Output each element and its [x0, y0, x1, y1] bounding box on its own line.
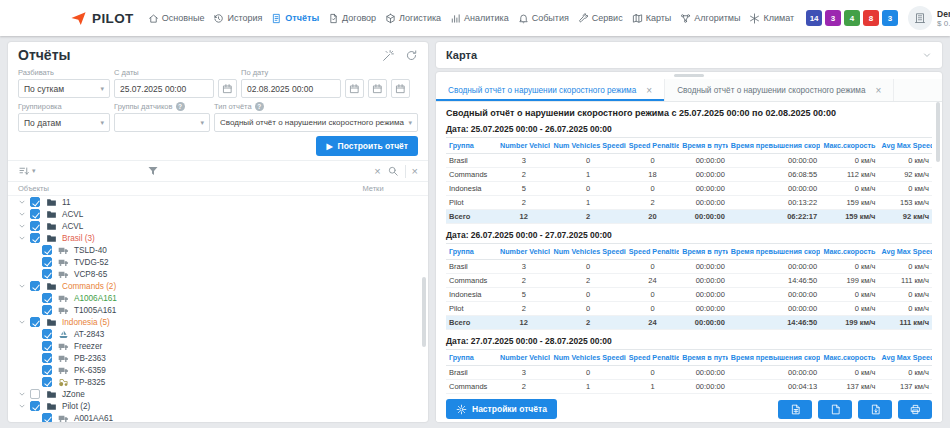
tree-expander[interactable]	[18, 390, 30, 398]
tree-expander[interactable]	[18, 234, 30, 242]
tree-checkbox[interactable]	[42, 305, 52, 315]
report-row[interactable]: Commands222400:00:0014:46:50199 км/ч111 …	[446, 274, 932, 288]
report-tab-1[interactable]: Сводный отчёт о нарушении скоростного ре…	[436, 79, 665, 101]
tree-item-freezer[interactable]: Freezer	[8, 340, 428, 352]
print-button[interactable]	[898, 400, 932, 419]
nav-item-reports[interactable]: Отчёты	[267, 10, 323, 27]
nav-item-service[interactable]: Сервис	[574, 10, 627, 27]
tree-checkbox[interactable]	[30, 317, 40, 327]
nav-item-maps[interactable]: Карты	[628, 10, 676, 27]
report-row[interactable]: Pilot21200:00:0000:13:22159 км/ч153 км/ч	[446, 196, 932, 210]
expand-map-chevron-icon[interactable]	[922, 50, 932, 60]
object-search-input[interactable]	[165, 166, 369, 176]
to-calendar-button[interactable]	[345, 79, 364, 98]
report-settings-button[interactable]: Настройки отчёта	[446, 399, 557, 419]
tree-checkbox[interactable]	[30, 233, 40, 243]
to-date-input[interactable]: 02.08.2025 00:00	[241, 79, 341, 98]
nav-item-climate[interactable]: Климат	[745, 10, 798, 27]
from-calendar-button[interactable]	[218, 79, 237, 98]
report-row[interactable]: Commands211800:00:0006:08:55112 км/ч92 к…	[446, 168, 932, 182]
tree-item-tsld-40[interactable]: TSLD-40	[8, 244, 428, 256]
tree-item-acvl[interactable]: ACVL	[8, 208, 428, 220]
tree-checkbox[interactable]	[42, 269, 52, 279]
report-scrollbar[interactable]	[936, 102, 940, 162]
nav-item-algorithms[interactable]: Алгоритмы	[676, 10, 744, 27]
export-file-button[interactable]	[818, 400, 852, 419]
close-tab-icon[interactable]: ×	[646, 85, 652, 96]
tree-checkbox[interactable]	[30, 221, 40, 231]
clear-search-icon[interactable]: ×	[374, 166, 380, 177]
tree-item-pb-2363[interactable]: PB-2363	[8, 352, 428, 364]
tree-checkbox[interactable]	[42, 365, 52, 375]
tree-item-brasil-3[interactable]: Brasil (3)	[8, 232, 428, 244]
notification-badge[interactable]: 14	[806, 10, 822, 26]
report-type-select[interactable]: Сводный отчёт о нарушении скоростного ре…	[214, 113, 418, 132]
user-info[interactable]: Demo(master) $ 0.00	[908, 6, 950, 30]
tree-checkbox[interactable]	[30, 401, 40, 411]
nav-item-analytics[interactable]: Аналитика	[446, 10, 513, 27]
tree-checkbox[interactable]	[30, 281, 40, 291]
tree-item-pilot-2[interactable]: Pilot (2)	[8, 400, 428, 412]
tree-checkbox[interactable]	[30, 209, 40, 219]
app-logo[interactable]: PILOT	[70, 10, 134, 27]
report-total-row[interactable]: Всего1222000:00:0006:22:17159 км/ч92 км/…	[446, 210, 932, 224]
report-total-row[interactable]: Всего1222400:00:0014:46:50199 км/ч111 км…	[446, 316, 932, 330]
nav-item-logistics[interactable]: Логистика	[381, 10, 445, 27]
export-excel-button[interactable]	[778, 400, 812, 419]
filter-funnel-button[interactable]	[147, 165, 159, 177]
help-icon[interactable]: ?	[176, 102, 185, 111]
tree-expander[interactable]	[18, 222, 30, 230]
wizard-wand-icon[interactable]	[382, 49, 395, 62]
nav-item-main[interactable]: Основные	[144, 10, 209, 27]
tree-checkbox[interactable]	[42, 293, 52, 303]
grouping-select[interactable]: По датам ▾	[18, 113, 110, 132]
nav-item-history[interactable]: История	[209, 10, 266, 27]
tree-checkbox[interactable]	[42, 341, 52, 351]
tree-item-indonesia-5[interactable]: Indonesia (5)	[8, 316, 428, 328]
help-icon[interactable]: ?	[255, 102, 264, 111]
report-row[interactable]: Commands21100:00:0000:04:13137 км/ч137 к…	[446, 380, 932, 394]
tree-checkbox[interactable]	[42, 257, 52, 267]
sort-objects-button[interactable]: ▾	[18, 165, 36, 177]
tree-expander[interactable]	[18, 282, 30, 290]
report-row[interactable]: Brasil30000:00:0000:00:000 км/ч0 км/ч	[446, 366, 932, 380]
close-filter-icon[interactable]: ×	[412, 166, 418, 177]
tree-checkbox[interactable]	[42, 377, 52, 387]
report-row[interactable]: Indonesia50000:00:0000:00:000 км/ч0 км/ч	[446, 288, 932, 302]
notification-badge[interactable]: 8	[863, 10, 879, 26]
tree-checkbox[interactable]	[30, 197, 40, 207]
tree-item-commands-2[interactable]: Commands (2)	[8, 280, 428, 292]
tree-item-tp-8325[interactable]: TP-8325	[8, 376, 428, 388]
split-select[interactable]: По суткам ▾	[18, 79, 110, 98]
tree-item-vcp8-65[interactable]: VCP8-65	[8, 268, 428, 280]
quick-interval-button-1[interactable]	[368, 79, 387, 98]
tree-item-a1006a161[interactable]: A1006A161	[8, 292, 428, 304]
tree-item-t1005a161[interactable]: T1005A161	[8, 304, 428, 316]
report-row[interactable]: Brasil30000:00:0000:00:000 км/ч0 км/ч	[446, 154, 932, 168]
quick-interval-button-2[interactable]	[391, 79, 410, 98]
export-download-button[interactable]	[858, 400, 892, 419]
from-date-input[interactable]: 25.07.2025 00:00	[114, 79, 214, 98]
tree-checkbox[interactable]	[42, 353, 52, 363]
tree-expander[interactable]	[18, 198, 30, 206]
notification-badge[interactable]: 3	[825, 10, 841, 26]
report-row[interactable]: Pilot20000:00:0000:00:000 км/ч0 км/ч	[446, 302, 932, 316]
tree-checkbox[interactable]	[30, 389, 40, 399]
search-icon[interactable]	[387, 165, 399, 177]
notification-badge[interactable]: 3	[882, 10, 898, 26]
tree-checkbox[interactable]	[42, 413, 52, 422]
close-tab-icon[interactable]: ×	[875, 85, 881, 96]
tree-expander[interactable]	[18, 402, 30, 410]
panel-resize-handle[interactable]	[674, 74, 704, 77]
sensor-groups-select[interactable]: ▾	[114, 113, 210, 132]
tree-item-pk-6359[interactable]: PK-6359	[8, 364, 428, 376]
tree-item-tvdg-52[interactable]: TVDG-52	[8, 256, 428, 268]
report-tab-2[interactable]: Сводный отчёт о нарушении скоростного ре…	[665, 79, 894, 101]
nav-item-events[interactable]: События	[514, 10, 573, 27]
tree-item-acvl[interactable]: ACVL	[8, 220, 428, 232]
tree-item-jzone[interactable]: JZone	[8, 388, 428, 400]
refresh-icon[interactable]	[405, 49, 418, 62]
tree-expander[interactable]	[18, 210, 30, 218]
tree-checkbox[interactable]	[42, 329, 52, 339]
tree-item-a001aa61[interactable]: A001AA61	[8, 412, 428, 422]
